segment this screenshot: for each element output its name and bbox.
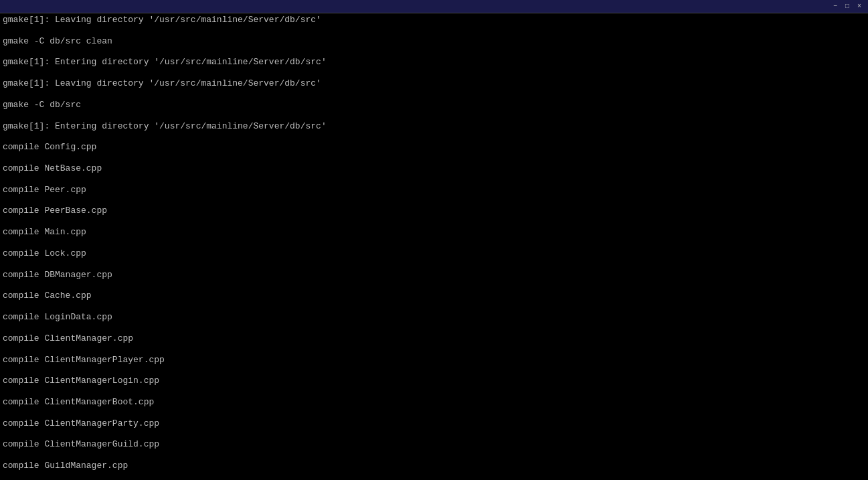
terminal-line: compile LoginData.cpp [3, 312, 865, 323]
terminal-line: compile Lock.cpp [3, 248, 865, 259]
terminal-line: compile DBManager.cpp [3, 270, 865, 281]
minimize-button[interactable]: − [831, 2, 840, 11]
terminal-line: compile ClientManagerBoot.cpp [3, 397, 865, 408]
terminal-line: gmake -C db/src [3, 100, 865, 110]
terminal-line: compile ClientManagerPlayer.cpp [3, 355, 865, 366]
terminal-line: compile Main.cpp [3, 227, 865, 238]
terminal-line: gmake[1]: Entering directory '/usr/src/m… [3, 57, 865, 68]
terminal-line: gmake -C db/src clean [3, 36, 865, 47]
terminal-line: compile Config.cpp [3, 142, 865, 153]
terminal-content: gmake[1]: Leaving directory '/usr/src/ma… [3, 15, 865, 480]
title-bar: − □ × [0, 0, 868, 13]
terminal-line: compile ClientManagerParty.cpp [3, 418, 865, 429]
close-button[interactable]: × [855, 2, 864, 11]
terminal-line: compile GuildManager.cpp [3, 461, 865, 471]
terminal: gmake[1]: Leaving directory '/usr/src/ma… [0, 13, 868, 480]
terminal-line: compile Cache.cpp [3, 291, 865, 301]
terminal-line: gmake[1]: Entering directory '/usr/src/m… [3, 121, 865, 132]
terminal-line: compile Peer.cpp [3, 185, 865, 195]
terminal-line: compile ClientManager.cpp [3, 333, 865, 344]
terminal-line: gmake[1]: Leaving directory '/usr/src/ma… [3, 78, 865, 89]
title-bar-controls[interactable]: − □ × [831, 2, 864, 11]
terminal-line: compile ClientManagerGuild.cpp [3, 439, 865, 450]
terminal-line: gmake[1]: Leaving directory '/usr/src/ma… [3, 15, 865, 25]
terminal-line: compile NetBase.cpp [3, 163, 865, 174]
terminal-line: compile ClientManagerLogin.cpp [3, 376, 865, 386]
maximize-button[interactable]: □ [843, 2, 852, 11]
terminal-line: compile PeerBase.cpp [3, 206, 865, 216]
